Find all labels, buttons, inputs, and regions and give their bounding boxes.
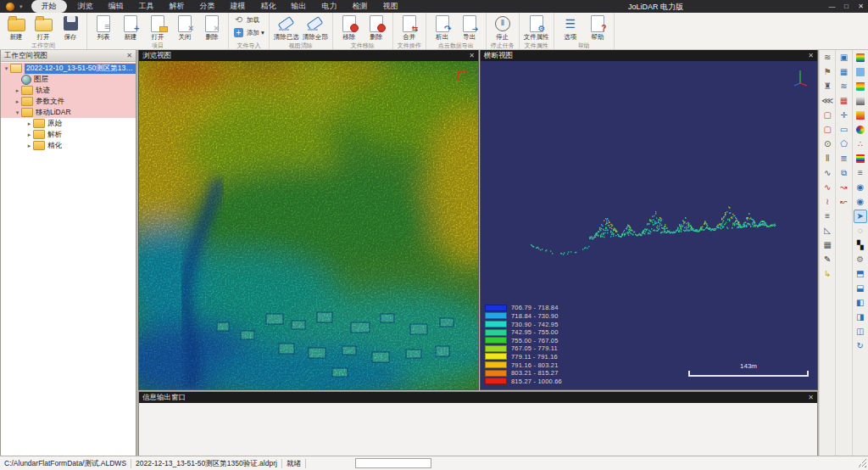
tab-classify[interactable]: 分类 [192, 0, 223, 14]
close-project-button[interactable]: 关闭 [171, 14, 198, 41]
tree-item-mobile-lidar[interactable]: ▾ 移动LiDAR [1, 107, 136, 118]
expand-arrow-icon[interactable]: ▾ [3, 65, 10, 72]
slope-icon[interactable]: ◺ [821, 224, 834, 238]
intensity-ramp-icon[interactable] [854, 109, 867, 122]
apply-arrow-icon[interactable]: ↳ [821, 267, 834, 281]
tab-analysis[interactable]: 解析 [162, 0, 192, 14]
open-project-button[interactable]: 打开 [144, 14, 171, 41]
layer-waves-icon[interactable]: ≋ [837, 80, 850, 93]
cube-bottom-icon[interactable]: ⬓ [854, 282, 867, 295]
point-cloud-canvas[interactable]: 706.79 - 718.84 718.84 - 730.90 730.90 -… [481, 61, 817, 389]
settings-gear-icon[interactable]: ⚙ [854, 253, 867, 266]
quick-access-caret-icon[interactable]: ▾ [19, 3, 23, 10]
tower-icon[interactable]: ♜ [821, 80, 834, 93]
grid-view-icon[interactable]: ▦ [837, 65, 850, 79]
tab-output[interactable]: 输出 [284, 0, 314, 14]
load-file-button[interactable]: 加载 [231, 14, 261, 26]
merge-file-button[interactable]: 合并 [396, 14, 423, 41]
clear-all-button[interactable]: 清除全部 [301, 14, 330, 41]
expand-arrow-icon[interactable]: ▸ [25, 143, 33, 149]
list-doc-icon[interactable]: ≣ [837, 152, 850, 165]
rect-select-icon[interactable]: ▭ [837, 123, 850, 137]
rgb-points-icon[interactable]: ∴ [854, 137, 867, 151]
new-workspace-button[interactable]: 新建 [3, 14, 30, 41]
grid-icon[interactable]: ▦ [821, 238, 834, 252]
grid-red-icon[interactable]: ▦ [837, 94, 850, 108]
swath-icon[interactable]: ⋘ [821, 94, 834, 108]
gray-layers-icon[interactable]: ≡ [854, 166, 867, 180]
polyline-red-2-icon[interactable]: ↜ [837, 195, 850, 209]
cube-rotate-icon[interactable]: ↻ [854, 339, 867, 353]
tab-browse[interactable]: 浏览 [70, 0, 101, 14]
elevation-map-canvas[interactable] [139, 61, 478, 389]
section-box-2-icon[interactable]: ▢ [821, 123, 834, 137]
lines-icon[interactable]: ≡ [821, 210, 834, 223]
select-pointer-icon[interactable]: ➤ [854, 210, 867, 223]
spline-red-icon[interactable]: ∿ [821, 181, 834, 194]
flag-tool-icon[interactable]: ⚑ [821, 65, 834, 79]
colormap-icon[interactable] [854, 51, 867, 64]
spline-red-2-icon[interactable]: ≀ [821, 195, 834, 209]
eye-2-icon[interactable]: ◉ [854, 195, 867, 209]
tree-item-parsed[interactable]: ▸ 解析 [1, 129, 136, 140]
close-icon[interactable]: ✕ [126, 52, 132, 59]
app-logo-icon[interactable] [6, 3, 14, 11]
file-properties-button[interactable]: 文件属性 [522, 14, 551, 41]
gray-ramp-icon[interactable] [854, 94, 867, 108]
close-icon[interactable]: ✕ [808, 52, 814, 59]
extract-button[interactable]: 析出 [429, 14, 456, 41]
curve-icon[interactable]: ∿ [821, 166, 834, 180]
delete-project-button[interactable]: 删除 [198, 14, 225, 41]
expand-arrow-icon[interactable]: ▸ [25, 120, 33, 127]
lasso-icon[interactable]: ◌ [854, 224, 867, 238]
expand-arrow-icon[interactable]: ▾ [14, 109, 21, 116]
minimize-icon[interactable]: — [825, 0, 839, 13]
move-cross-icon[interactable]: ✛ [837, 109, 850, 122]
add-file-button[interactable]: 添加 ▾ [231, 26, 266, 39]
close-icon[interactable]: ✕ [808, 394, 814, 401]
tree-item-raw[interactable]: ▸ 原始 [1, 118, 136, 129]
tab-refine[interactable]: 精化 [253, 0, 284, 14]
clear-selected-button[interactable]: 清除已选 [272, 14, 301, 41]
tab-model[interactable]: 建模 [223, 0, 253, 14]
layers-copy-icon[interactable]: ⧉ [837, 166, 850, 180]
maximize-icon[interactable]: □ [839, 0, 854, 13]
polyline-red-icon[interactable]: ↝ [837, 181, 850, 194]
delete-file-button[interactable]: 删除 [363, 14, 390, 41]
tab-edit[interactable]: 编辑 [101, 0, 131, 14]
zoom-box-icon[interactable]: ⊙ [821, 137, 834, 151]
save-workspace-button[interactable]: 保存 [57, 14, 84, 41]
new-project-button[interactable]: 新建 [117, 14, 144, 41]
expand-arrow-icon[interactable]: ▸ [25, 131, 33, 138]
tab-view[interactable]: 视图 [376, 0, 406, 14]
tab-power[interactable]: 电力 [314, 0, 345, 14]
eye-icon[interactable]: ◉ [854, 181, 867, 194]
quad-black-icon[interactable]: ▚ [854, 238, 867, 252]
close-icon[interactable]: ✕ [469, 52, 475, 59]
export-button[interactable]: 导出 [456, 14, 483, 41]
cube-iso-icon[interactable]: ◫ [854, 325, 867, 339]
elevation-ramp-icon[interactable] [854, 80, 867, 93]
tree-item-project[interactable]: ▾ 2022-12-10_13-51-50测区第1350验证.aldprj [1, 63, 136, 74]
resize-grip[interactable] [858, 459, 866, 467]
options-button[interactable]: 选项 [557, 14, 584, 41]
pause-circle-icon[interactable]: Ⅱ [821, 152, 834, 165]
tab-tools[interactable]: 工具 [131, 0, 162, 14]
flat-color-icon[interactable] [854, 65, 867, 79]
expand-arrow-icon[interactable]: ▸ [14, 98, 21, 105]
profile-layers-icon[interactable]: ≋ [821, 51, 834, 64]
remove-file-button[interactable]: 移除 [336, 14, 363, 41]
expand-arrow-icon[interactable]: ▸ [14, 87, 21, 94]
tab-inspect[interactable]: 检测 [345, 0, 376, 14]
cube-left-icon[interactable]: ◧ [854, 296, 867, 310]
stop-button[interactable]: 停止 [489, 14, 516, 41]
image-view-icon[interactable]: ▣ [837, 51, 850, 64]
help-button[interactable]: 帮助 [584, 14, 611, 41]
cube-right-icon[interactable]: ◨ [854, 311, 867, 324]
color-wheel-icon[interactable] [854, 123, 867, 137]
tree-item-refined[interactable]: ▸ 精化 [1, 140, 136, 151]
tree-item-trajectory[interactable]: ▸ 轨迹 [1, 85, 136, 96]
tab-home[interactable]: 开始 [31, 0, 67, 13]
polygon-select-icon[interactable]: ⬠ [837, 137, 850, 151]
tree-item-parameter-files[interactable]: ▸ 参数文件 [1, 96, 136, 107]
